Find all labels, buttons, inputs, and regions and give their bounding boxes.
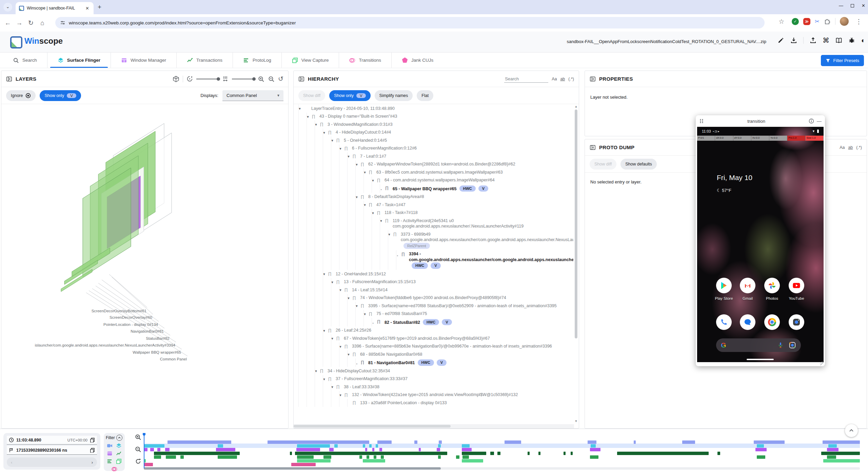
trace-segment[interactable] [828,444,837,448]
tree-row[interactable]: ● ∏3394 - com.google.android.apps.nexusl… [294,250,573,270]
tree-row[interactable]: ▾ ∏13 - FullscreenMagnification:15:15#13 [294,278,573,286]
tree-row[interactable]: ▾ ∏47 - Task=1#47 [294,201,573,209]
tree-node-label[interactable]: 119 - ActivityRecord{24e5341 u0 com.goog… [393,218,524,229]
edit-pencil-icon[interactable] [777,37,784,44]
tree-node-label[interactable]: 81 - NavigationBar0#81 [368,360,415,365]
trace-segment[interactable] [363,444,365,448]
trace-segment[interactable] [369,444,371,448]
layer-label[interactable]: StatusBar#82 [146,336,170,340]
new-tab-button[interactable]: + [98,3,101,11]
expand-arrow[interactable]: ▾ [313,368,319,374]
expand-arrow[interactable]: ● [378,187,384,193]
tree-node-label[interactable]: 67 - WindowToken{e5176f9 type=2019 andro… [344,336,490,341]
trace-segment[interactable] [564,452,566,455]
pin-icon[interactable]: ∏ [344,287,348,293]
expand-arrow[interactable]: ▾ [354,162,359,168]
pin-icon[interactable]: ∏ [344,392,348,398]
tree-node-label[interactable]: 75 - ed70f88 StatusBar#75 [376,311,427,316]
tree-node-label[interactable]: 43 - Display 0 name="Built-in Screen"#43 [319,114,397,119]
tree-node-label[interactable]: 26 - Leaf:24:25#26 [336,328,371,333]
expand-arrow[interactable]: ▾ [346,154,351,159]
trace-segment[interactable] [571,452,573,455]
minimize-window-icon[interactable]: — [817,118,822,124]
trace-segment[interactable] [268,440,369,444]
pin-icon[interactable]: ∏ [328,376,332,382]
trace-segment[interactable] [144,463,153,466]
browser-menu-icon[interactable]: ⋮ [853,18,865,25]
expand-arrow[interactable]: ▾ [346,295,351,301]
url-bar[interactable]: winscope.teams.x20web.corp.google.com/pr… [55,17,765,28]
expand-arrow[interactable]: ▾ [330,279,335,285]
tree-row[interactable]: ▾ ∏74 - WindowToken{fdddbe6 type=2000 an… [294,294,573,302]
tree-row[interactable]: ▾ ∏3395 - Surface(name=ed70f88 StatusBar… [294,302,573,310]
browser-tab[interactable]: Winscope | sandbox-FAIL ✕ [16,2,94,14]
prev-entry-button[interactable]: ‹ [11,460,12,465]
tree-node-label[interactable]: 47 - Task=1#47 [376,202,406,207]
expand-arrow[interactable]: ▾ [354,303,359,309]
pin-icon[interactable]: ∏ [361,194,364,200]
pin-icon[interactable]: ∏ [328,130,332,135]
tree-node-label[interactable]: 3373 - 6989b49 com.google.android.apps.n… [401,232,573,242]
tree-row[interactable]: ▾ ∏37 - FullscreenMagnification:33:33#37 [294,375,573,383]
collapse-panel-icon[interactable] [590,76,596,82]
expand-arrow[interactable]: ▾ [321,328,327,334]
trace-segment[interactable] [462,448,472,451]
expand-arrow[interactable]: ● [354,361,359,367]
window-manager-filter-icon[interactable] [107,451,113,456]
documentation-book-icon[interactable] [835,37,842,44]
pin-icon[interactable]: ∏ [320,121,323,127]
expand-arrow[interactable]: ▾ [387,232,392,237]
trace-segment[interactable] [154,455,161,459]
trace-segment[interactable] [297,444,330,448]
tree-row[interactable]: ▾ ∏6 - FullscreenMagnification:0:12#6 [294,144,573,153]
tree-node-label[interactable]: 3395 - Surface(name=ed70f88 StatusBar)/@… [368,303,557,308]
trace-segment[interactable] [437,448,440,451]
trace-segment[interactable] [821,452,860,455]
url-text[interactable]: winscope.teams.x20web.corp.google.com/pr… [69,20,296,25]
tree-row[interactable]: ▾ ∏7 - Leaf:0:1#7 [294,152,573,160]
tree-node-label[interactable]: 7 - Leaf:0:1#7 [360,154,386,159]
trace-segment[interactable] [379,448,382,451]
ignore-button[interactable]: Ignore [6,90,36,101]
tree-row[interactable]: ▾ ∏5 - OneHanded:0:14#5 [294,136,573,144]
trace-segment[interactable] [150,448,154,451]
trace-segment[interactable] [682,440,695,444]
spacing-slider[interactable] [232,79,254,79]
expand-arrow[interactable]: ▾ [330,384,335,390]
expand-arrow[interactable]: ▾ [370,210,376,216]
trace-segment[interactable] [180,455,184,459]
tree-node-label[interactable]: 6 - FullscreenMagnification:0:12#6 [352,146,417,151]
scissors-extension-icon[interactable]: ✂ [815,18,820,25]
pin-icon[interactable]: ∏ [377,210,380,216]
tree-node-label[interactable]: 132 - WindowToken{422a1ee type=2015 andr… [352,392,518,397]
transitions-filter-icon[interactable] [112,466,117,472]
scroll-down-arrow[interactable]: ▼ [574,419,578,423]
flat-button[interactable]: Flat [417,90,433,101]
expand-arrow[interactable]: ● [395,253,400,259]
current-timestamp-field[interactable]: 1715339028890230166 ns [16,448,87,453]
trace-segment[interactable] [538,452,540,455]
expand-arrow[interactable]: ▾ [330,336,335,341]
back-button[interactable]: ← [2,19,14,27]
pin-icon[interactable]: ∏ [336,335,340,341]
trace-segment[interactable] [590,455,598,459]
tab-surface-flinger[interactable]: Surface Flinger [47,53,111,68]
trace-segment[interactable] [823,459,860,463]
timeline-canvas[interactable] [144,433,860,468]
report-bug-icon[interactable] [848,37,855,44]
trace-segment[interactable] [166,455,176,459]
current-time-field[interactable]: 11:03:48.890 [16,438,65,442]
trace-segment[interactable] [363,459,385,463]
window-maximize-button[interactable] [851,4,854,7]
tree-node-label[interactable]: LayerTraceEntry - 2024-05-10, 11:03:48.8… [311,106,395,111]
tab-search[interactable]: Search [0,53,47,68]
tree-row[interactable]: ▾ ∏68 - 885b63e NavigationBar0#68 [294,350,573,358]
drag-handle-icon[interactable] [699,119,704,123]
regex-toggle[interactable]: (.*) [568,77,574,81]
extensions-puzzle-icon[interactable] [824,18,831,25]
rotation-icon[interactable] [186,76,193,82]
tab-transactions[interactable]: Transactions [177,53,233,68]
trace-segment[interactable] [157,448,160,451]
collapse-timeline-button[interactable] [845,424,858,437]
pin-icon[interactable]: ∏ [328,271,332,277]
